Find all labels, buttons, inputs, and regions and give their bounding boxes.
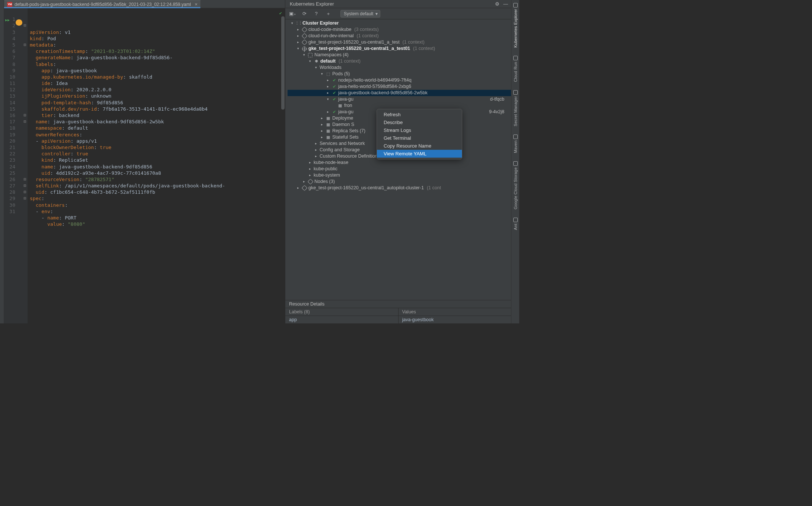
chevron-icon[interactable]: ▸	[320, 128, 324, 134]
tree-label: kube-system	[314, 172, 340, 178]
context-menu-item[interactable]: Refresh	[377, 111, 462, 118]
chevron-icon[interactable]: ▾	[302, 52, 306, 58]
chevron-icon[interactable]: ▾	[314, 64, 318, 71]
tree-label: kube-node-lease	[314, 159, 348, 166]
tree-row[interactable]: ▸cloud-run-dev-internal(1 context)	[288, 33, 511, 39]
tool-window-tab[interactable]: Google Cloud Storage	[513, 160, 518, 211]
chevron-icon[interactable]: ▸	[296, 39, 300, 45]
resource-icon: ▦	[326, 135, 331, 140]
tree-suffix: (1 context)	[357, 33, 379, 39]
chevron-icon[interactable]: ▸	[320, 134, 324, 140]
chevron-icon[interactable]: ▸	[308, 166, 312, 172]
refresh-icon[interactable]: ⟳	[301, 11, 308, 16]
plus-icon[interactable]: ＋	[325, 10, 332, 17]
chevron-icon[interactable]: ▸	[308, 159, 312, 166]
chevron-icon[interactable]: ▸	[314, 147, 318, 153]
chevron-icon[interactable]: ▾	[308, 58, 312, 64]
tree-row[interactable]: ▾Workloads	[288, 64, 511, 71]
tree-label: Pods (5)	[332, 71, 350, 77]
context-menu-item[interactable]: View Remote YAML	[377, 150, 462, 158]
chevron-icon[interactable]: ▾	[296, 45, 300, 52]
tree-row[interactable]: ▸cloud-code-minikube(3 contexts)	[288, 26, 511, 33]
tree-row[interactable]: ▸Nodes (3)	[288, 178, 511, 185]
chevron-icon[interactable]: ▸	[326, 77, 330, 83]
hexagon-icon	[302, 186, 307, 191]
tree-label: java-hello-world-57598df584-2xbg6	[338, 83, 411, 90]
tree-row[interactable]: ▾✔java-gud-tfqcb	[288, 96, 511, 102]
help-icon[interactable]: ?	[313, 11, 320, 16]
tool-tab-icon	[513, 161, 518, 166]
minimize-icon[interactable]: —	[503, 1, 508, 7]
status-ok-icon: ✔	[332, 91, 337, 96]
tree-row[interactable]: ▸gke_test-project-165220_us-central1_a_t…	[288, 39, 511, 45]
tool-window-tab[interactable]: Maven	[513, 133, 518, 155]
namespace-icon	[308, 53, 313, 58]
tree-row[interactable]: ▸✔java-guestbook-backend-9df85d856-2w5bk	[288, 90, 511, 96]
chevron-icon[interactable]: ▸	[320, 121, 324, 128]
chevron-icon[interactable]: ▸	[326, 90, 330, 96]
context-menu-item[interactable]: Describe	[377, 118, 462, 126]
kubernetes-explorer-panel: Kubernetes Explorer ⚙ — ▣₊ ⟳ ? ＋ System …	[285, 0, 511, 323]
tree-label: java-guestbook-backend-9df85d856-2w5bk	[338, 90, 428, 96]
cluster-tree[interactable]: ▾⋮⋮Cluster Explorer▸cloud-code-minikube(…	[285, 19, 511, 300]
chevron-icon[interactable]: ▸	[320, 115, 324, 121]
tree-row[interactable]: ▾✱default(1 context)	[288, 58, 511, 64]
tree-label: fron	[344, 102, 352, 109]
editor-tab[interactable]: YM default-pods-java-guestbook-backend-9…	[4, 0, 200, 8]
tree-label: cloud-run-dev-internal	[308, 33, 354, 39]
close-tab-icon[interactable]: ×	[195, 1, 198, 7]
context-combo[interactable]: System default	[340, 10, 380, 18]
tree-row[interactable]: ▸kube-public	[288, 166, 511, 172]
code-area[interactable]: ✔ apiVersion: v1kind: Podmetadata: creat…	[28, 8, 285, 323]
tree-row[interactable]: ▾⋮⋮Cluster Explorer	[288, 20, 511, 26]
tool-window-tab[interactable]: Kubernetes Explorer	[513, 1, 518, 49]
gear-icon[interactable]: ⚙	[495, 1, 499, 7]
context-menu-item[interactable]: Copy Resource Name	[377, 142, 462, 150]
chevron-icon[interactable]: ▸	[308, 172, 312, 178]
values-header: Values	[399, 308, 511, 316]
cluster-icon: ⋮⋮	[296, 21, 301, 26]
tree-row[interactable]: ▸✔nodejs-hello-world-b46944f99-7ft4q	[288, 77, 511, 83]
tree-row[interactable]: ▸kube-node-lease	[288, 159, 511, 166]
chevron-icon[interactable]: ▸	[296, 33, 300, 39]
tree-label: Namespaces (4)	[314, 52, 349, 58]
tree-label: Stateful Sets	[332, 134, 359, 140]
chevron-icon[interactable]: ▾	[326, 96, 330, 102]
tool-tab-icon	[513, 56, 518, 60]
add-cluster-icon[interactable]: ▣₊	[289, 11, 296, 16]
panel-toolbar: ▣₊ ⟳ ? ＋ System default	[285, 8, 511, 19]
tool-window-tab[interactable]: Ant	[513, 216, 518, 231]
chevron-icon[interactable]: ▸	[314, 140, 318, 147]
context-menu-item[interactable]: Get Terminal	[377, 134, 462, 142]
chevron-icon[interactable]: ▾	[290, 20, 294, 26]
chevron-icon[interactable]: ▸	[326, 109, 330, 115]
tree-row[interactable]: ▾gke_test-project-165220_us-central1_a_t…	[288, 45, 511, 52]
star-icon: ✱	[314, 59, 319, 64]
chevron-icon[interactable]: ▸	[296, 26, 300, 33]
chevron-icon[interactable]: ▸	[314, 153, 318, 159]
chevron-icon[interactable]: ▸	[296, 185, 300, 191]
tree-row[interactable]: ▸kube-system	[288, 172, 511, 178]
context-menu-item[interactable]: Stream Logs	[377, 126, 462, 134]
tool-tab-icon	[513, 3, 518, 7]
inspection-ok-icon[interactable]: ✔	[279, 10, 282, 16]
tree-row[interactable]: ▦fron	[288, 102, 511, 109]
resource-details: Resource Details Labels (8) Values app j…	[285, 300, 511, 323]
tree-row[interactable]: ▾⬚Pods (5)	[288, 71, 511, 77]
tree-label: Daemon S	[332, 121, 354, 128]
tool-window-tab[interactable]: Cloud Run	[513, 54, 518, 83]
chevron-icon[interactable]: ▸	[326, 83, 330, 90]
status-ok-icon: ✔	[332, 84, 337, 89]
chevron-icon[interactable]: ▾	[320, 71, 324, 77]
tree-row[interactable]: ▸✔java-hello-world-57598df584-2xbg6	[288, 83, 511, 90]
tree-row[interactable]: ▸gke_test-project-165220_us-central1_aut…	[288, 185, 511, 191]
resource-icon: ▦	[326, 122, 331, 127]
tree-row[interactable]: ▾Namespaces (4)	[288, 52, 511, 58]
tool-window-tab[interactable]: Secret Manager	[513, 89, 518, 128]
editor-scrollbar[interactable]	[281, 16, 285, 110]
status-ok-icon: ✔	[332, 78, 337, 83]
hexagon-icon	[302, 34, 307, 39]
tree-label: Replica Sets (7)	[332, 128, 365, 134]
resource-details-title: Resource Details	[285, 300, 511, 308]
chevron-icon[interactable]: ▸	[302, 178, 306, 185]
